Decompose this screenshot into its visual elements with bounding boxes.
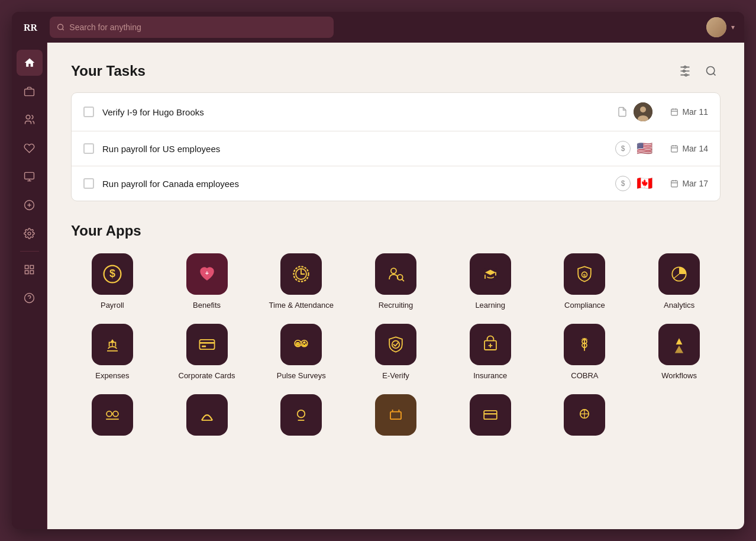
app-item-partial-2[interactable]: [166, 394, 248, 436]
search-tasks-button[interactable]: [702, 62, 721, 80]
sidebar-item-jobs[interactable]: [17, 78, 43, 104]
top-bar: RR ▾: [12, 12, 744, 43]
sidebar-item-home[interactable]: [17, 50, 43, 76]
filter-icon: [679, 65, 691, 77]
task-label-1: Verify I-9 for Hugo Brooks: [102, 107, 609, 117]
app-item-time-attendance[interactable]: Time & Attendance: [260, 253, 343, 310]
sidebar-item-benefits[interactable]: [17, 135, 43, 161]
svg-line-28: [713, 73, 716, 76]
svg-line-58: [674, 274, 679, 278]
sidebar-item-help[interactable]: [17, 285, 43, 311]
app-item-cobra[interactable]: COBRA: [544, 324, 626, 380]
svg-point-81: [298, 410, 305, 418]
user-avatar-button[interactable]: [706, 17, 726, 37]
app-item-corporate-cards[interactable]: Corporate Cards: [166, 324, 248, 380]
sidebar-item-widgets[interactable]: [17, 256, 43, 282]
svg-rect-3: [25, 89, 34, 95]
tasks-header-actions: [676, 62, 721, 80]
app-item-e-verify[interactable]: E-Verify: [354, 324, 437, 380]
svg-rect-13: [30, 265, 34, 269]
svg-point-26: [685, 74, 687, 76]
e-verify-icon: [375, 324, 416, 365]
table-row: Verify I-9 for Hugo Brooks: [72, 93, 720, 131]
partial-icon-5: [470, 394, 511, 436]
svg-point-30: [640, 107, 646, 112]
partial-icon-2: [186, 394, 228, 436]
app-item-partial-5[interactable]: [449, 394, 532, 436]
task-checkbox-2[interactable]: [83, 143, 94, 154]
app-item-payroll[interactable]: $ Payroll: [71, 253, 154, 310]
tasks-header: Your Tasks: [71, 62, 721, 80]
apps-grid-row3-partial: [71, 394, 721, 436]
app-item-pulse-surveys[interactable]: 😊 😐 Pulse Surveys: [260, 324, 343, 380]
insurance-label: Insurance: [473, 371, 507, 380]
svg-point-16: [25, 293, 34, 302]
people-icon: [24, 114, 35, 125]
svg-point-67: [303, 342, 306, 344]
svg-rect-40: [671, 181, 678, 187]
svg-line-2: [62, 29, 63, 30]
user-avatar-task1: [634, 102, 652, 121]
payroll-label: Payroll: [101, 301, 124, 310]
app-item-workflows[interactable]: Workflows: [638, 324, 721, 380]
search-bar[interactable]: [50, 17, 334, 38]
app-item-recruiting[interactable]: Recruiting: [354, 253, 437, 310]
home-icon: [24, 57, 35, 69]
sidebar-item-people[interactable]: [17, 107, 43, 133]
svg-rect-32: [671, 109, 678, 115]
time-attendance-icon: [280, 253, 322, 295]
pulse-surveys-icon: 😊 😐: [280, 324, 322, 365]
app-item-benefits[interactable]: + Benefits: [166, 253, 248, 310]
app-item-partial-4[interactable]: [354, 394, 437, 436]
app-item-partial-3[interactable]: [260, 394, 343, 436]
heart-icon: [24, 143, 35, 154]
analytics-icon: [658, 253, 700, 295]
benefits-icon: +: [186, 253, 228, 295]
insurance-icon: [470, 324, 511, 365]
cobra-label: COBRA: [571, 371, 598, 380]
app-item-insurance[interactable]: Insurance: [449, 324, 532, 380]
svg-rect-83: [390, 412, 401, 420]
app-item-compliance[interactable]: $ Compliance: [544, 253, 626, 310]
cobra-icon: [564, 324, 605, 365]
task-date-text-2: Mar 14: [682, 144, 708, 153]
expenses-label: Expenses: [95, 371, 129, 380]
search-input[interactable]: [69, 22, 327, 32]
widgets-icon: [24, 264, 35, 275]
app-item-analytics[interactable]: Analytics: [638, 253, 721, 310]
browser-frame: RR ▾: [12, 12, 744, 529]
recruiting-label: Recruiting: [379, 301, 413, 310]
sidebar-item-payroll[interactable]: [17, 192, 43, 218]
sidebar-item-settings[interactable]: [17, 220, 43, 246]
sidebar-item-monitor[interactable]: [17, 163, 43, 189]
calendar-icon: [670, 179, 679, 188]
app-item-learning[interactable]: Learning: [449, 253, 532, 310]
corporate-cards-icon: [186, 324, 228, 365]
app-item-expenses[interactable]: Expenses: [71, 324, 154, 380]
monitor-icon: [24, 171, 35, 182]
task-flag-ca: 🇨🇦: [637, 176, 652, 191]
svg-line-53: [402, 279, 403, 281]
app-item-partial-6[interactable]: [544, 394, 626, 436]
corporate-cards-label: Corporate Cards: [179, 371, 235, 380]
svg-text:$: $: [109, 268, 115, 279]
task-label-2: Run payroll for US employees: [102, 144, 607, 154]
settings-icon: [24, 228, 35, 239]
sidebar-divider: [20, 251, 39, 252]
partial-icon-3: [280, 394, 322, 436]
task-date-2: Mar 14: [661, 144, 708, 153]
filter-button[interactable]: [676, 62, 694, 80]
analytics-label: Analytics: [664, 301, 694, 310]
app-item-partial-1[interactable]: [71, 394, 154, 436]
learning-label: Learning: [475, 301, 505, 310]
pulse-surveys-label: Pulse Surveys: [277, 371, 326, 380]
task-checkbox-1[interactable]: [83, 107, 94, 117]
user-menu-chevron[interactable]: ▾: [731, 23, 735, 31]
doc-icon: [617, 106, 628, 118]
task-icons-2: $ 🇺🇸: [615, 141, 652, 156]
svg-point-1: [58, 24, 63, 30]
learning-icon: [470, 253, 511, 295]
apps-grid-row2: Expenses Corporate Cards: [71, 324, 721, 380]
task-checkbox-3[interactable]: [83, 178, 94, 189]
partial-icon-4: [375, 394, 416, 436]
